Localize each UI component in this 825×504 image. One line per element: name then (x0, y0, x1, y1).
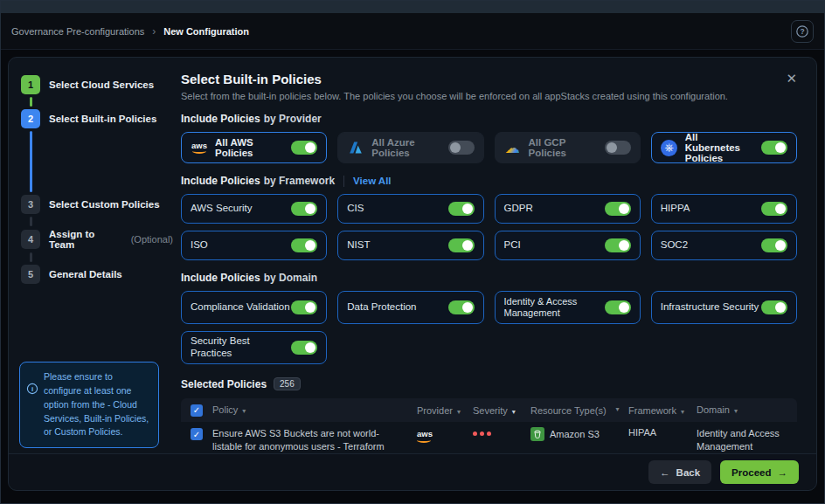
stepper-step-assign-team[interactable]: 4 Assign to Team (Optional) (21, 229, 173, 250)
provider-cell: aws (417, 427, 473, 453)
severity-cell (473, 427, 530, 453)
svg-text:i: i (31, 385, 33, 393)
row-checkbox[interactable]: ✓ (191, 428, 203, 440)
panel-title: Select Built-in Policies (181, 72, 322, 86)
resource-type-cell: Amazon S3 (530, 427, 628, 453)
provider-card-azure[interactable]: All Azure Policies (337, 132, 483, 163)
sort-caret-icon: ▾ (734, 407, 738, 415)
built-in-policies-panel: Select Built-in Policies ✕ Select from t… (173, 58, 816, 490)
help-icon: ? (795, 24, 809, 38)
aws-icon: aws (191, 139, 208, 156)
provider-card-kubernetes[interactable]: ⎈ All Kubernetes Policies (651, 132, 797, 163)
app-window: Governance Pre-configurations › New Conf… (0, 0, 825, 504)
stepper-sidebar: 1 Select Cloud Services 2 Select Built-i… (9, 58, 173, 490)
framework-card-nist[interactable]: NIST (337, 231, 483, 260)
table-row[interactable]: ✓ Ensure AWS S3 Buckets are not world-li… (181, 422, 797, 453)
step-optional-suffix: (Optional) (131, 234, 173, 245)
stepper-connector (30, 97, 32, 107)
iso-toggle[interactable] (291, 238, 317, 252)
provider-card-aws[interactable]: aws All AWS Policies (181, 132, 327, 163)
domain-card-compliance-validation[interactable]: Compliance Validation (181, 291, 327, 324)
stepper-step-custom-policies[interactable]: 3 Select Custom Policies (21, 195, 173, 214)
step-label: Select Built-in Policies (49, 114, 156, 124)
domain-cards: Compliance Validation Data Protection Id… (181, 291, 797, 364)
aws-icon: aws (417, 427, 473, 443)
pci-toggle[interactable] (605, 238, 631, 252)
sort-caret-icon: ▾ (681, 408, 684, 416)
column-header-domain[interactable]: Domain▾ (697, 404, 797, 417)
framework-card-cis[interactable]: CIS (337, 194, 483, 224)
compliance-validation-toggle[interactable] (291, 300, 317, 314)
step-number-badge: 5 (21, 265, 40, 284)
column-header-provider[interactable]: Provider▾ (417, 405, 473, 416)
selected-policies-table: ✓ Policy▾ Provider▾ Severity▾ Resource T… (181, 398, 797, 453)
identity-access-toggle[interactable] (605, 300, 631, 314)
severity-dot (480, 432, 484, 436)
info-icon: i (26, 383, 38, 395)
proceed-button[interactable]: Proceed → (720, 460, 799, 484)
cis-toggle[interactable] (448, 202, 475, 216)
step-label: Select Cloud Services (49, 79, 154, 90)
table-body: ✓ Ensure AWS S3 Buckets are not world-li… (181, 422, 797, 453)
close-icon[interactable]: ✕ (786, 72, 797, 85)
framework-card-pci[interactable]: PCI (495, 231, 641, 260)
provider-card-label: All Kubernetes Policies (685, 132, 754, 163)
domain-card-identity-access[interactable]: Identity & Access Management (495, 291, 641, 324)
column-header-severity[interactable]: Severity▾ (473, 405, 530, 416)
domain-card-security-best-practices[interactable]: Security Best Practices (181, 331, 327, 364)
table-header-row: ✓ Policy▾ Provider▾ Severity▾ Resource T… (181, 398, 797, 422)
sort-caret-icon: ▾ (512, 408, 516, 416)
configuration-modal: 1 Select Cloud Services 2 Select Built-i… (8, 57, 817, 491)
select-all-checkbox[interactable]: ✓ (191, 404, 203, 417)
amazon-s3-icon (530, 427, 544, 441)
selected-policies-count-badge: 256 (274, 377, 301, 390)
column-header-framework[interactable]: Framework▾ (628, 405, 697, 416)
stepper-connector (30, 131, 32, 192)
provider-card-label: All Azure Policies (371, 137, 440, 158)
step-number-badge: 4 (21, 230, 40, 249)
infrastructure-security-toggle[interactable] (761, 300, 787, 314)
framework-card-gdpr[interactable]: GDPR (495, 194, 641, 224)
kubernetes-policies-toggle[interactable] (761, 141, 787, 155)
column-header-resource-types[interactable]: Resource Type(s)▾ (530, 405, 628, 416)
domain-card-data-protection[interactable]: Data Protection (337, 291, 483, 324)
framework-card-aws-security[interactable]: AWS Security (181, 194, 327, 224)
security-best-practices-toggle[interactable] (291, 341, 317, 355)
stepper-step-general-details[interactable]: 5 General Details (21, 265, 173, 284)
soc2-toggle[interactable] (761, 238, 787, 252)
domain-section-label: Include Policiesby Domain (181, 272, 797, 284)
data-protection-toggle[interactable] (448, 300, 475, 314)
back-button[interactable]: ← Back (648, 460, 711, 484)
gdpr-toggle[interactable] (605, 202, 631, 216)
hippa-toggle[interactable] (761, 202, 787, 216)
step-label: Select Custom Policies (49, 199, 160, 210)
panel-subtitle: Select from the built-in policies below.… (181, 91, 797, 101)
aws-security-toggle[interactable] (291, 202, 317, 216)
gcp-icon: ☁ (504, 139, 522, 156)
divider (343, 176, 344, 187)
breadcrumb-parent[interactable]: Governance Pre-configurations (11, 26, 144, 37)
svg-text:?: ? (800, 27, 804, 36)
info-callout: i Please ensure to configure at least on… (19, 362, 159, 448)
view-all-link[interactable]: View All (353, 176, 391, 186)
framework-card-hippa[interactable]: HIPPA (651, 194, 797, 224)
breadcrumb-chevron-icon: › (152, 25, 156, 38)
breadcrumb-bar: Governance Pre-configurations › New Conf… (1, 13, 824, 50)
aws-policies-toggle[interactable] (291, 141, 317, 155)
stepper-step-built-in-policies[interactable]: 2 Select Built-in Policies (21, 109, 173, 128)
sort-caret-icon: ▾ (457, 408, 461, 416)
column-header-policy[interactable]: Policy▾ (212, 404, 417, 417)
policy-name-cell: Ensure AWS S3 Buckets are not world-list… (212, 427, 417, 453)
gcp-policies-toggle[interactable] (605, 141, 631, 155)
help-button[interactable]: ? (791, 20, 814, 43)
sort-caret-icon: ▾ (242, 407, 246, 415)
domain-card-infrastructure-security[interactable]: Infrastructure Security (651, 291, 797, 324)
stepper-step-cloud-services[interactable]: 1 Select Cloud Services (21, 75, 173, 94)
framework-card-soc2[interactable]: SOC2 (651, 231, 797, 260)
nist-toggle[interactable] (448, 238, 475, 252)
severity-dots (473, 427, 530, 436)
provider-section-label: Include Policiesby Provider (181, 113, 797, 125)
azure-policies-toggle[interactable] (448, 141, 475, 155)
provider-card-gcp[interactable]: ☁ All GCP Policies (495, 132, 641, 163)
framework-card-iso[interactable]: ISO (181, 231, 327, 260)
